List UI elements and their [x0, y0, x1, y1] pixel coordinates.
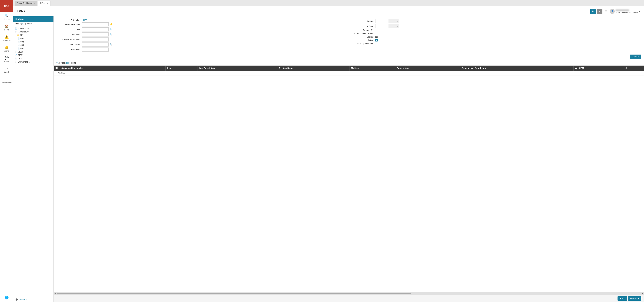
select-all-checkbox[interactable] — [56, 67, 58, 69]
tree-item-01000[interactable]: 📄 01000 — [14, 50, 54, 54]
create-button[interactable]: Create — [630, 55, 641, 59]
table-header-row: Singleton Line Number Item Item Descript… — [54, 66, 644, 71]
active-checkbox[interactable] — [375, 39, 378, 41]
tab-buyer-dashboard-close[interactable]: ✕ — [33, 2, 35, 4]
user-dropdown-button[interactable]: ▼ — [639, 10, 641, 12]
lpn-table: Singleton Line Number Item Item Descript… — [54, 66, 644, 75]
profile-icon: 🌐 — [4, 296, 9, 300]
app-logo[interactable]: one — [0, 0, 14, 12]
tree-item-01002[interactable]: 📄 01002 — [14, 57, 54, 60]
file-icon: 📄 — [15, 58, 17, 60]
file-icon: 📄 — [15, 61, 17, 63]
close-button[interactable]: ✕ — [597, 9, 602, 14]
tree-item-label: 01001 — [18, 54, 23, 56]
actions-dropdown-arrow: ▼ — [637, 297, 639, 300]
tree-item-002[interactable]: 📄 002 — [16, 37, 54, 40]
actions-label: Actions — [630, 297, 636, 300]
explorer-filters-value: None — [27, 22, 32, 25]
tab-buyer-dashboard[interactable]: Buyer Dashboard ✕ — [15, 1, 38, 6]
weight-row: Weight: — [350, 19, 641, 23]
tab-lpns-close[interactable]: ✕ — [46, 2, 48, 4]
col-generic-item: Generic Item — [395, 66, 460, 71]
tree-item-005[interactable]: 📄 005 — [16, 43, 54, 47]
unique-identifier-input[interactable] — [82, 22, 108, 26]
col-singleton: Singleton Line Number — [60, 66, 166, 71]
file-icon: 📄 — [18, 44, 20, 46]
scroll-bar-thumb[interactable] — [57, 293, 411, 294]
item-name-label: Item Name: — [57, 43, 80, 46]
tree-item-1893765295[interactable]: 📄 -1893765295 — [14, 30, 54, 33]
tab-lpns-label: LPNs — [40, 2, 45, 4]
enterprise-label: Enterprise: — [57, 19, 80, 21]
weight-input[interactable] — [375, 19, 389, 23]
tree-item-007[interactable]: 📄 007 — [16, 47, 54, 50]
col-my-item: My Item — [349, 66, 395, 71]
menu-button[interactable]: ≡ — [604, 9, 608, 14]
file-icon: 📄 — [15, 51, 17, 53]
scroll-right-arrow[interactable]: ▶ — [642, 293, 643, 295]
tree-item-01001[interactable]: 📄 01001 — [14, 54, 54, 57]
lpn-form-container: Enterprise: HUB6 Unique Identifier: 🔑 Si… — [54, 16, 644, 302]
volume-unit-select[interactable] — [389, 24, 399, 28]
enterprise-value[interactable]: HUB6 — [82, 19, 87, 21]
scroll-left-arrow[interactable]: ◀ — [54, 293, 56, 295]
sidebar-item-switch[interactable]: ⇄ Switch — [0, 64, 13, 75]
table-filter-search-icon: 🔍 — [56, 62, 59, 64]
active-row: Active: — [350, 39, 641, 41]
unique-identifier-label: Unique Identifier: — [57, 23, 80, 26]
sidebar-item-alerts-label: Alerts — [4, 50, 9, 52]
page-title: LPNs — [17, 9, 590, 13]
table-scroll-bar[interactable]: ◀ ▶ — [54, 292, 644, 295]
tree-item-label: 01000 — [18, 51, 23, 53]
tree-item-label: -1893765295 — [18, 31, 30, 33]
user-info: 👤 Buyer Supply Chain Admin ▼ — [610, 9, 641, 14]
tree-item-label: 007 — [20, 47, 24, 50]
site-input[interactable] — [82, 27, 108, 31]
sidebar-item-chats[interactable]: 💬 Chats — [0, 54, 13, 64]
search-icon: 🔍 — [4, 14, 9, 18]
no-data-text: No Data — [55, 69, 68, 77]
item-name-input[interactable] — [82, 42, 108, 46]
col-item: Item — [166, 66, 197, 71]
tree-item-001[interactable]: − 📁 001 — [14, 33, 54, 37]
sidebar-item-menus[interactable]: ☰ Menus/Favs — [0, 75, 13, 86]
pack-button[interactable]: Pack — [618, 296, 628, 301]
site-label: Site: — [57, 28, 80, 31]
locked-value: No — [375, 36, 378, 38]
tree-item-003[interactable]: 📄 003 — [16, 40, 54, 43]
col-qty-uom: Qty UOM — [574, 66, 624, 71]
item-name-search-btn[interactable]: 🔍 — [109, 43, 113, 46]
sidebar-item-profile[interactable]: 🌐 — [0, 294, 13, 302]
refresh-button[interactable]: ↻ — [590, 9, 596, 14]
sidebar-item-alerts[interactable]: 🔔 Alerts — [0, 43, 13, 54]
description-input[interactable] — [82, 47, 108, 51]
bottom-actions: Pack Actions ▼ — [54, 295, 644, 302]
new-lpn-link[interactable]: New LPN — [18, 298, 27, 301]
volume-input[interactable] — [375, 24, 389, 28]
expand-icon[interactable]: − — [15, 34, 17, 36]
main-area: Buyer Dashboard ✕ LPNs ✕ LPNs ↻ ✕ ≡ 👤 Bu… — [14, 0, 644, 302]
location-input[interactable] — [82, 32, 108, 36]
sidebar-item-search[interactable]: 🔍 Search — [0, 12, 13, 22]
unique-identifier-search-btn[interactable]: 🔑 — [109, 22, 113, 26]
volume-row: Volume: — [350, 24, 641, 28]
table-filters-label: Filters — [59, 62, 65, 64]
explorer-filters-edit-link[interactable]: edit — [22, 22, 25, 25]
actions-dropdown-button[interactable]: Actions ▼ — [628, 296, 641, 301]
form-panel: Enterprise: HUB6 Unique Identifier: 🔑 Si… — [54, 16, 644, 302]
col-item-description: Item Description — [197, 66, 277, 71]
col-status: S — [624, 66, 644, 71]
tab-lpns[interactable]: LPNs ✕ — [38, 1, 50, 6]
location-search-btn[interactable]: 🔍 — [109, 33, 113, 36]
tree-item-label: 003 — [20, 41, 24, 43]
sidebar-item-problems[interactable]: ⚠️ Problems — [0, 33, 13, 43]
site-search-btn[interactable]: 🔍 — [109, 28, 113, 31]
content-area: Explorer Filters (edit): None 📄 -1893765… — [14, 16, 644, 302]
weight-unit-select[interactable] — [389, 19, 399, 23]
tree-item-show-more[interactable]: 📄 Show More... — [14, 60, 54, 64]
sidebar-item-search-label: Search — [4, 18, 10, 20]
current-sublocation-input[interactable] — [82, 37, 108, 41]
tree-item-1893765294[interactable]: 📄 -1893765294 — [14, 27, 54, 30]
table-filters-edit-link[interactable]: edit — [66, 62, 69, 64]
sidebar-item-home[interactable]: 🏠 Home — [0, 22, 13, 33]
